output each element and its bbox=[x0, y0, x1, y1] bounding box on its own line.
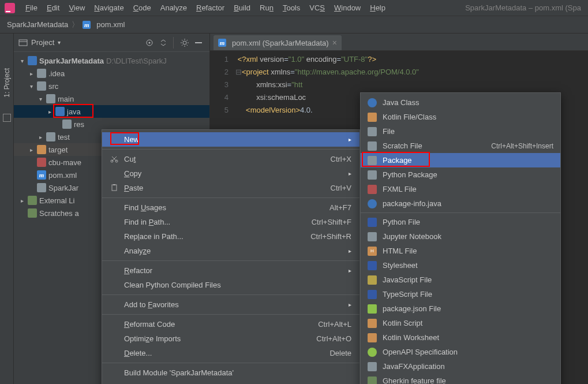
project-view-dropdown-icon[interactable]: ▾ bbox=[58, 39, 61, 46]
typescript-icon bbox=[368, 290, 377, 299]
new-package[interactable]: Package bbox=[361, 153, 560, 167]
menu-help[interactable]: Help bbox=[365, 1, 390, 14]
ctx-item-optimize-imports[interactable]: Optimize ImportsCtrl+Alt+O bbox=[102, 331, 359, 346]
breadcrumb-project[interactable]: SparkJarMetadata bbox=[7, 20, 68, 29]
new-submenu: Java Class Kotlin File/Class File Scratc… bbox=[360, 92, 561, 384]
new-file[interactable]: File bbox=[361, 124, 560, 139]
new-scratch-file[interactable]: Scratch FileCtrl+Alt+Shift+Insert bbox=[361, 139, 560, 153]
tree-main-folder[interactable]: main bbox=[14, 92, 209, 105]
new-package-info[interactable]: package-info.java bbox=[361, 196, 560, 211]
svg-rect-8 bbox=[112, 185, 117, 191]
java-class-icon bbox=[368, 98, 377, 107]
new-javafx[interactable]: JavaFXApplication bbox=[361, 359, 560, 374]
tree-idea-folder[interactable]: .idea bbox=[14, 67, 209, 80]
editor-tab-pom[interactable]: m pom.xml (SparkJarMetadata) × bbox=[214, 35, 342, 50]
css-icon bbox=[368, 261, 377, 270]
folder-icon bbox=[37, 81, 46, 91]
ctx-item-cut[interactable]: CutCtrl+X bbox=[102, 152, 359, 166]
svg-rect-0 bbox=[19, 40, 27, 46]
close-tab-icon[interactable]: × bbox=[332, 38, 337, 47]
menu-window[interactable]: Window bbox=[329, 1, 365, 14]
new-html[interactable]: HHTML File bbox=[361, 244, 560, 258]
structure-toolwindow-icon[interactable] bbox=[3, 114, 11, 122]
ctx-item-refactor[interactable]: Refactor▸ bbox=[102, 263, 359, 278]
menu-vcs[interactable]: VCS bbox=[305, 1, 329, 14]
new-kotlin-script[interactable]: Kotlin Script bbox=[361, 316, 560, 330]
ctx-item-replace-in-path[interactable]: Replace in Path...Ctrl+Shift+R bbox=[102, 229, 359, 244]
folder-icon bbox=[46, 132, 55, 141]
new-stylesheet[interactable]: Stylesheet bbox=[361, 258, 560, 273]
ctx-item-find-in-path[interactable]: Find in Path...Ctrl+Shift+F bbox=[102, 215, 359, 229]
source-folder-icon bbox=[55, 107, 65, 116]
ctx-item-delete[interactable]: Delete...Delete bbox=[102, 346, 359, 360]
tree-java-folder-selected[interactable]: java bbox=[14, 105, 209, 118]
tree-root[interactable]: SparkJarMetadataD:\DLITest\SparkJ bbox=[14, 54, 209, 67]
main-menu-bar: File Edit View Navigate Code Analyze Ref… bbox=[0, 0, 588, 16]
menu-view[interactable]: View bbox=[64, 1, 89, 14]
svg-rect-5 bbox=[195, 42, 202, 43]
ctx-item-copy[interactable]: Copy▸ bbox=[102, 166, 359, 181]
new-kotlin-worksheet[interactable]: Kotlin Worksheet bbox=[361, 330, 560, 345]
menu-separator bbox=[361, 212, 560, 213]
ctx-item-favorites[interactable]: Add to Favorites▸ bbox=[102, 297, 359, 312]
scratch-file-icon bbox=[368, 141, 377, 151]
new-openapi[interactable]: OpenAPI Specification bbox=[361, 345, 560, 359]
html-icon: H bbox=[368, 247, 377, 256]
new-kotlin[interactable]: Kotlin File/Class bbox=[361, 110, 560, 124]
ctx-item-analyze[interactable]: Analyze▸ bbox=[102, 244, 359, 258]
menu-refactor[interactable]: Refactor bbox=[192, 1, 229, 14]
new-python-package[interactable]: Python Package bbox=[361, 167, 560, 182]
new-fxml[interactable]: FXML File bbox=[361, 182, 560, 196]
file-icon bbox=[368, 127, 377, 136]
ctx-item-rebuild[interactable]: Rebuild '<default>'Ctrl+Shift+F9 bbox=[102, 380, 359, 384]
new-typescript[interactable]: TypeScript File bbox=[361, 287, 560, 301]
tree-res-folder[interactable]: res bbox=[14, 118, 209, 131]
editor-tab-label: pom.xml (SparkJarMetadata) bbox=[232, 39, 329, 47]
locate-file-icon[interactable] bbox=[143, 36, 156, 49]
javafx-icon bbox=[368, 362, 377, 371]
project-view-label[interactable]: Project bbox=[31, 38, 54, 47]
menu-file[interactable]: File bbox=[21, 1, 42, 14]
new-package-json[interactable]: package.json File bbox=[361, 301, 560, 316]
tree-src-folder[interactable]: src bbox=[14, 80, 209, 92]
menu-run[interactable]: Run bbox=[255, 1, 278, 14]
menu-navigate[interactable]: Navigate bbox=[89, 1, 128, 14]
folder-icon bbox=[46, 94, 55, 103]
context-menu: New ▸ CutCtrl+X Copy▸ PasteCtrl+V Find U… bbox=[102, 129, 360, 384]
expand-all-icon[interactable] bbox=[157, 36, 170, 49]
ctx-item-build-module[interactable]: Build Module 'SparkJarMetadata' bbox=[102, 366, 359, 380]
maven-file-icon: m bbox=[218, 39, 226, 47]
external-libraries-icon bbox=[28, 196, 37, 205]
menu-separator bbox=[102, 149, 359, 150]
toolwindow-project-tab[interactable]: 1: Project bbox=[3, 68, 11, 98]
new-python-file[interactable]: Python File bbox=[361, 215, 560, 229]
iml-file-icon bbox=[37, 183, 46, 192]
new-javascript[interactable]: JavaScript File bbox=[361, 273, 560, 287]
menu-code[interactable]: Code bbox=[129, 1, 156, 14]
menu-analyze[interactable]: Analyze bbox=[156, 1, 192, 14]
svg-point-3 bbox=[149, 42, 151, 43]
ctx-item-new[interactable]: New ▸ bbox=[102, 132, 359, 147]
xml-file-icon bbox=[37, 158, 46, 167]
package-icon bbox=[368, 170, 377, 180]
jupyter-icon bbox=[368, 232, 377, 241]
package-icon bbox=[368, 156, 377, 165]
settings-icon[interactable] bbox=[178, 36, 191, 49]
gherkin-icon bbox=[368, 376, 377, 385]
breadcrumb-file[interactable]: pom.xml bbox=[96, 20, 125, 29]
npm-icon bbox=[368, 304, 377, 314]
ctx-item-find-usages[interactable]: Find UsagesAlt+F7 bbox=[102, 200, 359, 215]
hide-toolwindow-icon[interactable] bbox=[192, 36, 205, 49]
editor-tab-bar: m pom.xml (SparkJarMetadata) × bbox=[210, 33, 588, 51]
ctx-item-paste[interactable]: PasteCtrl+V bbox=[102, 181, 359, 195]
ctx-item-clean-python[interactable]: Clean Python Compiled Files bbox=[102, 278, 359, 292]
maven-file-icon: m bbox=[83, 21, 91, 29]
paste-icon bbox=[110, 184, 119, 193]
new-java-class[interactable]: Java Class bbox=[361, 95, 560, 110]
menu-tools[interactable]: Tools bbox=[278, 1, 305, 14]
new-gherkin[interactable]: Gherkin feature file bbox=[361, 374, 560, 384]
ctx-item-reformat[interactable]: Reformat CodeCtrl+Alt+L bbox=[102, 317, 359, 331]
menu-edit[interactable]: Edit bbox=[42, 1, 64, 14]
new-jupyter[interactable]: Jupyter Notebook bbox=[361, 229, 560, 244]
menu-build[interactable]: Build bbox=[229, 1, 255, 14]
